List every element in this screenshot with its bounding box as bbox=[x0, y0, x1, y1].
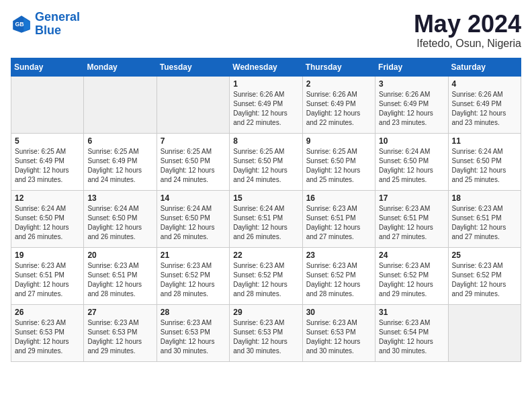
calendar-cell: 27Sunrise: 6:23 AMSunset: 6:53 PMDayligh… bbox=[84, 304, 157, 361]
cell-content: Sunrise: 6:24 AMSunset: 6:51 PMDaylight:… bbox=[233, 204, 298, 242]
day-number: 10 bbox=[379, 136, 444, 146]
day-number: 13 bbox=[87, 193, 152, 203]
cell-content: Sunrise: 6:23 AMSunset: 6:51 PMDaylight:… bbox=[306, 204, 371, 242]
day-number: 29 bbox=[233, 308, 298, 317]
logo: GB GeneralBlue bbox=[11, 11, 80, 38]
svg-text:GB: GB bbox=[15, 21, 24, 28]
calendar-table: SundayMondayTuesdayWednesdayThursdayFrid… bbox=[11, 58, 521, 362]
day-number: 19 bbox=[15, 250, 80, 260]
day-number: 12 bbox=[15, 193, 80, 203]
cell-content: Sunrise: 6:24 AMSunset: 6:50 PMDaylight:… bbox=[379, 147, 444, 185]
day-number: 7 bbox=[161, 136, 226, 146]
day-header-saturday: Saturday bbox=[448, 58, 521, 76]
calendar-cell: 23Sunrise: 6:23 AMSunset: 6:52 PMDayligh… bbox=[302, 247, 375, 304]
logo-text: GeneralBlue bbox=[35, 11, 80, 38]
day-number: 27 bbox=[87, 308, 152, 317]
calendar-cell: 7Sunrise: 6:25 AMSunset: 6:50 PMDaylight… bbox=[157, 133, 229, 190]
day-number: 31 bbox=[379, 308, 444, 317]
calendar-cell: 21Sunrise: 6:23 AMSunset: 6:52 PMDayligh… bbox=[157, 247, 229, 304]
day-number: 15 bbox=[233, 193, 298, 203]
day-number: 18 bbox=[452, 193, 517, 203]
day-header-friday: Friday bbox=[375, 58, 448, 76]
calendar-cell: 15Sunrise: 6:24 AMSunset: 6:51 PMDayligh… bbox=[230, 190, 302, 247]
calendar-cell: 28Sunrise: 6:23 AMSunset: 6:53 PMDayligh… bbox=[157, 304, 229, 361]
day-number: 11 bbox=[452, 136, 517, 146]
day-number: 3 bbox=[379, 79, 444, 89]
day-number: 30 bbox=[306, 308, 371, 317]
day-number: 26 bbox=[15, 308, 80, 317]
calendar-cell bbox=[448, 304, 521, 361]
calendar-cell: 24Sunrise: 6:23 AMSunset: 6:52 PMDayligh… bbox=[375, 247, 448, 304]
cell-content: Sunrise: 6:25 AMSunset: 6:50 PMDaylight:… bbox=[233, 147, 298, 185]
day-number: 1 bbox=[233, 79, 298, 89]
cell-content: Sunrise: 6:23 AMSunset: 6:51 PMDaylight:… bbox=[87, 261, 152, 299]
day-number: 17 bbox=[379, 193, 444, 203]
calendar-cell: 9Sunrise: 6:25 AMSunset: 6:50 PMDaylight… bbox=[302, 133, 375, 190]
day-header-tuesday: Tuesday bbox=[157, 58, 229, 76]
cell-content: Sunrise: 6:26 AMSunset: 6:49 PMDaylight:… bbox=[379, 90, 444, 128]
calendar-cell: 25Sunrise: 6:23 AMSunset: 6:52 PMDayligh… bbox=[448, 247, 521, 304]
cell-content: Sunrise: 6:23 AMSunset: 6:51 PMDaylight:… bbox=[379, 204, 444, 242]
cell-content: Sunrise: 6:24 AMSunset: 6:50 PMDaylight:… bbox=[15, 204, 80, 242]
calendar-cell bbox=[11, 76, 84, 133]
calendar-cell: 11Sunrise: 6:24 AMSunset: 6:50 PMDayligh… bbox=[448, 133, 521, 190]
day-number: 25 bbox=[452, 250, 517, 260]
calendar-cell: 29Sunrise: 6:23 AMSunset: 6:53 PMDayligh… bbox=[230, 304, 302, 361]
calendar-cell: 13Sunrise: 6:24 AMSunset: 6:50 PMDayligh… bbox=[84, 190, 157, 247]
day-number: 14 bbox=[161, 193, 226, 203]
cell-content: Sunrise: 6:23 AMSunset: 6:52 PMDaylight:… bbox=[161, 261, 226, 299]
cell-content: Sunrise: 6:23 AMSunset: 6:53 PMDaylight:… bbox=[161, 318, 226, 356]
calendar-cell: 4Sunrise: 6:26 AMSunset: 6:49 PMDaylight… bbox=[448, 76, 521, 133]
calendar-body: 1Sunrise: 6:26 AMSunset: 6:49 PMDaylight… bbox=[11, 76, 521, 361]
day-number: 16 bbox=[306, 193, 371, 203]
day-number: 23 bbox=[306, 250, 371, 260]
calendar-cell: 2Sunrise: 6:26 AMSunset: 6:49 PMDaylight… bbox=[302, 76, 375, 133]
logo-icon: GB bbox=[11, 13, 32, 35]
day-number: 21 bbox=[161, 250, 226, 260]
page-header: GB GeneralBlue May 2024 Ifetedo, Osun, N… bbox=[11, 11, 521, 50]
calendar-cell: 22Sunrise: 6:23 AMSunset: 6:52 PMDayligh… bbox=[230, 247, 302, 304]
day-header-sunday: Sunday bbox=[11, 58, 84, 76]
cell-content: Sunrise: 6:23 AMSunset: 6:54 PMDaylight:… bbox=[379, 318, 444, 356]
cell-content: Sunrise: 6:26 AMSunset: 6:49 PMDaylight:… bbox=[233, 90, 298, 128]
calendar-cell bbox=[157, 76, 229, 133]
cell-content: Sunrise: 6:23 AMSunset: 6:51 PMDaylight:… bbox=[15, 261, 80, 299]
cell-content: Sunrise: 6:23 AMSunset: 6:52 PMDaylight:… bbox=[233, 261, 298, 299]
cell-content: Sunrise: 6:23 AMSunset: 6:53 PMDaylight:… bbox=[233, 318, 298, 356]
cell-content: Sunrise: 6:23 AMSunset: 6:53 PMDaylight:… bbox=[15, 318, 80, 356]
calendar-cell: 3Sunrise: 6:26 AMSunset: 6:49 PMDaylight… bbox=[375, 76, 448, 133]
calendar-cell: 12Sunrise: 6:24 AMSunset: 6:50 PMDayligh… bbox=[11, 190, 84, 247]
day-header-monday: Monday bbox=[84, 58, 157, 76]
cell-content: Sunrise: 6:24 AMSunset: 6:50 PMDaylight:… bbox=[161, 204, 226, 242]
cell-content: Sunrise: 6:26 AMSunset: 6:49 PMDaylight:… bbox=[452, 90, 517, 128]
calendar-week-row: 19Sunrise: 6:23 AMSunset: 6:51 PMDayligh… bbox=[11, 247, 521, 304]
location-subtitle: Ifetedo, Osun, Nigeria bbox=[414, 38, 521, 50]
calendar-cell: 18Sunrise: 6:23 AMSunset: 6:51 PMDayligh… bbox=[448, 190, 521, 247]
day-number: 22 bbox=[233, 250, 298, 260]
calendar-week-row: 26Sunrise: 6:23 AMSunset: 6:53 PMDayligh… bbox=[11, 304, 521, 361]
calendar-cell: 17Sunrise: 6:23 AMSunset: 6:51 PMDayligh… bbox=[375, 190, 448, 247]
calendar-header-row: SundayMondayTuesdayWednesdayThursdayFrid… bbox=[11, 58, 521, 76]
cell-content: Sunrise: 6:23 AMSunset: 6:52 PMDaylight:… bbox=[452, 261, 517, 299]
cell-content: Sunrise: 6:23 AMSunset: 6:52 PMDaylight:… bbox=[306, 261, 371, 299]
day-number: 24 bbox=[379, 250, 444, 260]
calendar-week-row: 12Sunrise: 6:24 AMSunset: 6:50 PMDayligh… bbox=[11, 190, 521, 247]
cell-content: Sunrise: 6:25 AMSunset: 6:49 PMDaylight:… bbox=[87, 147, 152, 185]
calendar-cell: 5Sunrise: 6:25 AMSunset: 6:49 PMDaylight… bbox=[11, 133, 84, 190]
calendar-cell bbox=[84, 76, 157, 133]
title-block: May 2024 Ifetedo, Osun, Nigeria bbox=[414, 11, 521, 50]
day-header-wednesday: Wednesday bbox=[230, 58, 302, 76]
calendar-cell: 19Sunrise: 6:23 AMSunset: 6:51 PMDayligh… bbox=[11, 247, 84, 304]
day-number: 6 bbox=[87, 136, 152, 146]
day-number: 28 bbox=[161, 308, 226, 317]
calendar-cell: 16Sunrise: 6:23 AMSunset: 6:51 PMDayligh… bbox=[302, 190, 375, 247]
month-year-title: May 2024 bbox=[414, 11, 521, 38]
calendar-cell: 26Sunrise: 6:23 AMSunset: 6:53 PMDayligh… bbox=[11, 304, 84, 361]
cell-content: Sunrise: 6:24 AMSunset: 6:50 PMDaylight:… bbox=[87, 204, 152, 242]
cell-content: Sunrise: 6:23 AMSunset: 6:53 PMDaylight:… bbox=[87, 318, 152, 356]
calendar-cell: 1Sunrise: 6:26 AMSunset: 6:49 PMDaylight… bbox=[230, 76, 302, 133]
calendar-cell: 8Sunrise: 6:25 AMSunset: 6:50 PMDaylight… bbox=[230, 133, 302, 190]
day-header-thursday: Thursday bbox=[302, 58, 375, 76]
day-number: 5 bbox=[15, 136, 80, 146]
day-number: 9 bbox=[306, 136, 371, 146]
